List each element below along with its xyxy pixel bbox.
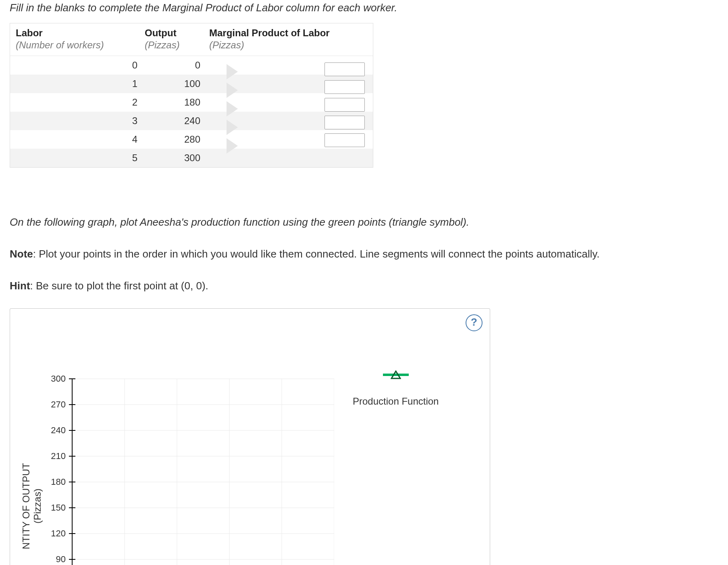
table-row: 2 180	[10, 93, 373, 112]
plot-area[interactable]	[68, 369, 334, 565]
y-tick: 90	[46, 554, 66, 565]
cell-labor: 1	[16, 78, 145, 89]
cell-output: 0	[145, 60, 209, 71]
header-output-sub: (Pizzas)	[145, 39, 209, 51]
y-axis-label: NTITY OF OUTPUT (Pizzas)	[18, 446, 45, 565]
y-tick: 210	[46, 451, 66, 461]
instruction-top: Fill in the blanks to complete the Margi…	[10, 2, 718, 14]
production-function-symbol[interactable]	[383, 369, 409, 380]
table-row: 4 280	[10, 130, 373, 149]
hint-label: Hint	[10, 280, 30, 292]
graph-instruction: On the following graph, plot Aneesha's p…	[10, 216, 718, 228]
mpl-input-2[interactable]	[324, 80, 365, 94]
cell-labor: 3	[16, 115, 145, 127]
mpl-input-5[interactable]	[324, 133, 365, 147]
header-mpl: Marginal Product of Labor	[209, 27, 367, 39]
svg-marker-27	[391, 371, 400, 378]
cell-output: 280	[145, 134, 209, 145]
y-tick: 180	[46, 477, 66, 487]
y-tick: 240	[46, 425, 66, 436]
table-row: 0 0	[10, 56, 373, 75]
table-row: 5 300	[10, 149, 373, 167]
y-axis-ticks: 300 270 240 210 180 150 120 90	[45, 369, 68, 565]
graph-inner: NTITY OF OUTPUT (Pizzas) 300 270 240 210…	[18, 369, 490, 565]
mpl-input-1[interactable]	[324, 62, 365, 76]
table-row: 1 100	[10, 75, 373, 93]
cell-labor: 4	[16, 134, 145, 145]
note-paragraph: Note: Plot your points in the order in w…	[10, 248, 718, 260]
mpl-input-3[interactable]	[324, 98, 365, 112]
cell-output: 300	[145, 152, 209, 164]
cell-labor: 2	[16, 97, 145, 108]
cell-output: 240	[145, 115, 209, 127]
header-output: Output	[145, 27, 209, 39]
help-icon[interactable]: ?	[466, 314, 483, 331]
header-labor-sub: (Number of workers)	[16, 39, 145, 51]
mpl-table: Labor (Number of workers) Output (Pizzas…	[10, 23, 373, 168]
triangle-icon	[391, 370, 401, 379]
header-labor: Labor	[16, 27, 145, 39]
cell-output: 100	[145, 78, 209, 89]
y-tick: 120	[46, 528, 66, 539]
note-text: : Plot your points in the order in which…	[33, 248, 600, 260]
header-mpl-sub: (Pizzas)	[209, 39, 367, 51]
legend-label: Production Function	[353, 396, 439, 407]
table-header-row: Labor (Number of workers) Output (Pizzas…	[10, 23, 373, 56]
hint-paragraph: Hint: Be sure to plot the first point at…	[10, 280, 718, 292]
legend: Production Function	[353, 369, 439, 407]
graph-panel: ? NTITY OF OUTPUT (Pizzas) 300 270 240 2…	[10, 308, 490, 565]
cell-labor: 0	[16, 60, 145, 71]
y-tick: 270	[46, 399, 66, 410]
cell-output: 180	[145, 97, 209, 108]
table-row: 3 240	[10, 112, 373, 130]
y-tick: 150	[46, 503, 66, 513]
mpl-input-stack	[324, 62, 365, 147]
note-label: Note	[10, 248, 33, 260]
page-root: Fill in the blanks to complete the Margi…	[0, 2, 728, 565]
y-tick: 300	[46, 374, 66, 384]
mpl-input-4[interactable]	[324, 116, 365, 129]
hint-text: : Be sure to plot the first point at (0,…	[30, 280, 208, 292]
cell-labor: 5	[16, 152, 145, 164]
plot-grid	[68, 369, 334, 565]
table-body: 0 0 1 100 2 180 3 240 4 280	[10, 56, 373, 167]
